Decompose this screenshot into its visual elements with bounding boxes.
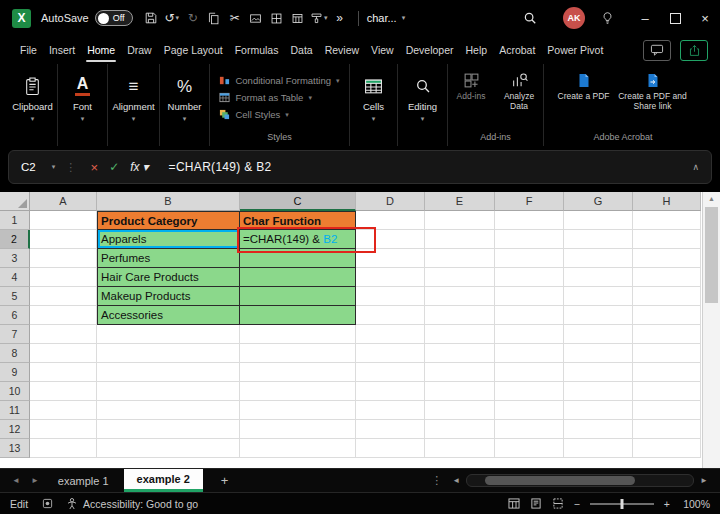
tab-data[interactable]: Data bbox=[284, 36, 318, 64]
cell-H8[interactable] bbox=[633, 344, 701, 363]
comments-button[interactable] bbox=[643, 40, 671, 61]
ribbon-group-font[interactable]: A Font ▾ bbox=[58, 64, 108, 146]
row-header-4[interactable]: 4 bbox=[0, 268, 30, 287]
macro-record-button[interactable] bbox=[42, 498, 53, 509]
cell-C11[interactable] bbox=[240, 401, 356, 420]
cell-F6[interactable] bbox=[495, 306, 564, 325]
toolbar-overflow-button[interactable]: » bbox=[330, 6, 350, 30]
tab-file[interactable]: File bbox=[14, 36, 43, 64]
cell-C6[interactable] bbox=[240, 306, 356, 325]
cell-C7[interactable] bbox=[240, 325, 356, 344]
vertical-scrollbar[interactable]: ▲ bbox=[702, 192, 720, 468]
cell-B5[interactable]: Makeup Products bbox=[97, 287, 240, 306]
cell-A5[interactable] bbox=[30, 287, 97, 306]
save-button[interactable] bbox=[141, 6, 161, 30]
cell-A8[interactable] bbox=[30, 344, 97, 363]
cell-F1[interactable] bbox=[495, 211, 564, 230]
row-header-3[interactable]: 3 bbox=[0, 249, 30, 268]
cell-B11[interactable] bbox=[97, 401, 240, 420]
tab-acrobat[interactable]: Acrobat bbox=[493, 36, 541, 64]
cell-G1[interactable] bbox=[564, 211, 633, 230]
row-header-7[interactable]: 7 bbox=[0, 325, 30, 344]
accessibility-button[interactable] bbox=[67, 498, 77, 510]
close-button[interactable]: × bbox=[690, 0, 720, 36]
search-button[interactable] bbox=[523, 11, 537, 25]
cell-H10[interactable] bbox=[633, 382, 701, 401]
cell-D13[interactable] bbox=[356, 439, 425, 458]
zoom-slider[interactable] bbox=[590, 503, 654, 505]
create-pdf-button[interactable]: Create a PDF bbox=[556, 72, 612, 102]
addins-button[interactable]: Add-ins bbox=[449, 72, 493, 102]
cut-button[interactable]: ✂ bbox=[225, 6, 245, 30]
column-header-F[interactable]: F bbox=[495, 192, 564, 211]
tab-page-layout[interactable]: Page Layout bbox=[158, 36, 229, 64]
cell-G13[interactable] bbox=[564, 439, 633, 458]
accessibility-status[interactable]: Accessibility: Good to go bbox=[83, 498, 198, 510]
cell-B3[interactable]: Perfumes bbox=[97, 249, 240, 268]
cell-E4[interactable] bbox=[425, 268, 495, 287]
row-header-2[interactable]: 2 bbox=[0, 230, 30, 249]
document-title-dropdown[interactable]: char... ▾ bbox=[367, 12, 405, 24]
redo-button[interactable]: ↻ bbox=[183, 6, 203, 30]
row-header-11[interactable]: 11 bbox=[0, 401, 30, 420]
cell-E2[interactable] bbox=[425, 230, 495, 249]
cell-D2[interactable] bbox=[356, 230, 425, 249]
collapse-formula-bar-button[interactable]: ∧ bbox=[692, 162, 699, 172]
cancel-entry-button[interactable]: × bbox=[84, 160, 104, 175]
cell-H13[interactable] bbox=[633, 439, 701, 458]
cell-F10[interactable] bbox=[495, 382, 564, 401]
cell-B9[interactable] bbox=[97, 363, 240, 382]
cell-F13[interactable] bbox=[495, 439, 564, 458]
confirm-entry-button[interactable]: ✓ bbox=[104, 160, 124, 174]
scroll-right-arrow-icon[interactable]: ► bbox=[700, 476, 708, 485]
cell-G11[interactable] bbox=[564, 401, 633, 420]
excel-logo[interactable]: X bbox=[12, 9, 31, 28]
select-all-corner[interactable] bbox=[0, 192, 30, 211]
cell-B10[interactable] bbox=[97, 382, 240, 401]
cell-A9[interactable] bbox=[30, 363, 97, 382]
tab-draw[interactable]: Draw bbox=[121, 36, 158, 64]
insert-picture-button[interactable] bbox=[246, 6, 266, 30]
cell-D1[interactable] bbox=[356, 211, 425, 230]
column-header-H[interactable]: H bbox=[633, 192, 701, 211]
cell-G8[interactable] bbox=[564, 344, 633, 363]
cell-C1[interactable]: Char Function bbox=[240, 211, 356, 230]
cell-D11[interactable] bbox=[356, 401, 425, 420]
tab-power-pivot[interactable]: Power Pivot bbox=[541, 36, 609, 64]
cell-G2[interactable] bbox=[564, 230, 633, 249]
cell-F3[interactable] bbox=[495, 249, 564, 268]
page-break-view-button[interactable] bbox=[552, 498, 564, 509]
avatar[interactable]: AK bbox=[563, 7, 585, 29]
cell-C10[interactable] bbox=[240, 382, 356, 401]
cell-E11[interactable] bbox=[425, 401, 495, 420]
cell-H3[interactable] bbox=[633, 249, 701, 268]
cell-E6[interactable] bbox=[425, 306, 495, 325]
cell-F5[interactable] bbox=[495, 287, 564, 306]
tips-button[interactable] bbox=[601, 11, 614, 25]
cell-E1[interactable] bbox=[425, 211, 495, 230]
cell-D9[interactable] bbox=[356, 363, 425, 382]
row-header-8[interactable]: 8 bbox=[0, 344, 30, 363]
cell-D6[interactable] bbox=[356, 306, 425, 325]
cell-H4[interactable] bbox=[633, 268, 701, 287]
cell-A7[interactable] bbox=[30, 325, 97, 344]
cell-E5[interactable] bbox=[425, 287, 495, 306]
minimize-button[interactable]: – bbox=[630, 0, 660, 36]
ribbon-group-alignment[interactable]: ≡ Alignment ▾ bbox=[108, 64, 160, 146]
column-header-D[interactable]: D bbox=[356, 192, 425, 211]
cell-A6[interactable] bbox=[30, 306, 97, 325]
tab-help[interactable]: Help bbox=[460, 36, 494, 64]
cell-A3[interactable] bbox=[30, 249, 97, 268]
insert-function-button[interactable]: fx ▾ bbox=[130, 160, 148, 174]
row-header-1[interactable]: 1 bbox=[0, 211, 30, 230]
maximize-button[interactable] bbox=[660, 0, 690, 36]
sheet-tab-example-1[interactable]: example 1 bbox=[45, 469, 122, 492]
cell-G6[interactable] bbox=[564, 306, 633, 325]
cell-D5[interactable] bbox=[356, 287, 425, 306]
cell-H2[interactable] bbox=[633, 230, 701, 249]
create-pdf-share-link-button[interactable]: Create a PDF and Share link bbox=[615, 72, 691, 112]
cell-F8[interactable] bbox=[495, 344, 564, 363]
cell-F7[interactable] bbox=[495, 325, 564, 344]
vertical-scrollbar-thumb[interactable] bbox=[705, 207, 718, 303]
cell-G10[interactable] bbox=[564, 382, 633, 401]
